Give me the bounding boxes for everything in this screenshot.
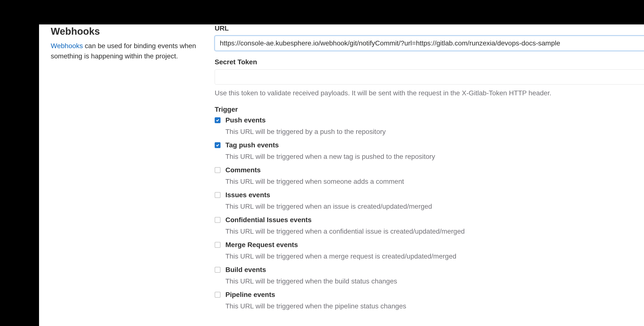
trigger-name[interactable]: Build events	[226, 266, 266, 274]
section-title: Webhooks	[51, 26, 215, 37]
url-field-group: URL	[215, 25, 644, 51]
content-wrapper: Webhooks Webhooks can be used for bindin…	[39, 25, 644, 316]
trigger-header: Push events	[215, 116, 644, 124]
trigger-header: Comments	[215, 166, 644, 174]
secret-token-input[interactable]	[215, 69, 644, 85]
form-main: URL Secret Token Use this token to valid…	[215, 25, 644, 316]
trigger-name[interactable]: Tag push events	[226, 141, 279, 149]
url-input[interactable]	[215, 36, 644, 51]
secret-label: Secret Token	[215, 58, 644, 66]
trigger-name[interactable]: Push events	[226, 116, 266, 124]
triggers-container: Push eventsThis URL will be triggered by…	[215, 116, 644, 311]
webhooks-link[interactable]: Webhooks	[51, 42, 83, 50]
trigger-checkbox[interactable]	[215, 267, 220, 273]
check-icon	[216, 143, 220, 147]
trigger-header: Issues events	[215, 191, 644, 199]
trigger-checkbox[interactable]	[215, 292, 220, 298]
trigger-item: Build eventsThis URL will be triggered w…	[215, 266, 644, 286]
trigger-header: Confidential Issues events	[215, 216, 644, 224]
trigger-description: This URL will be triggered when someone …	[226, 177, 644, 187]
trigger-header: Pipeline events	[215, 291, 644, 299]
trigger-name[interactable]: Issues events	[226, 191, 270, 199]
sidebar: Webhooks Webhooks can be used for bindin…	[51, 25, 215, 316]
trigger-checkbox[interactable]	[215, 167, 220, 173]
trigger-name[interactable]: Pipeline events	[226, 291, 275, 299]
trigger-description: This URL will be triggered by a push to …	[226, 127, 644, 137]
trigger-checkbox[interactable]	[215, 142, 220, 148]
trigger-description: This URL will be triggered when the pipe…	[226, 301, 644, 311]
trigger-item: Pipeline eventsThis URL will be triggere…	[215, 291, 644, 311]
trigger-name[interactable]: Merge Request events	[226, 241, 298, 249]
section-description: Webhooks can be used for binding events …	[51, 41, 215, 61]
secret-field-group: Secret Token Use this token to validate …	[215, 58, 644, 98]
check-icon	[216, 118, 220, 122]
trigger-description: This URL will be triggered when a merge …	[226, 251, 644, 261]
trigger-item: Merge Request eventsThis URL will be tri…	[215, 241, 644, 261]
trigger-item: CommentsThis URL will be triggered when …	[215, 166, 644, 187]
secret-help-text: Use this token to validate received payl…	[215, 88, 644, 98]
trigger-item: Issues eventsThis URL will be triggered …	[215, 191, 644, 212]
trigger-description: This URL will be triggered when a new ta…	[226, 151, 644, 162]
settings-panel: Webhooks Webhooks can be used for bindin…	[39, 25, 644, 326]
url-label: URL	[215, 25, 644, 32]
trigger-checkbox[interactable]	[215, 192, 220, 198]
trigger-item: Push eventsThis URL will be triggered by…	[215, 116, 644, 137]
trigger-header: Build events	[215, 266, 644, 274]
trigger-header: Merge Request events	[215, 241, 644, 249]
trigger-item: Confidential Issues eventsThis URL will …	[215, 216, 644, 237]
trigger-description: This URL will be triggered when an issue…	[226, 201, 644, 212]
trigger-description: This URL will be triggered when a confid…	[226, 226, 644, 237]
trigger-section-label: Trigger	[215, 106, 644, 113]
trigger-description: This URL will be triggered when the buil…	[226, 276, 644, 286]
trigger-checkbox[interactable]	[215, 117, 220, 123]
trigger-name[interactable]: Comments	[226, 166, 261, 174]
trigger-checkbox[interactable]	[215, 217, 220, 223]
trigger-name[interactable]: Confidential Issues events	[226, 216, 312, 224]
trigger-checkbox[interactable]	[215, 242, 220, 248]
trigger-item: Tag push eventsThis URL will be triggere…	[215, 141, 644, 162]
trigger-header: Tag push events	[215, 141, 644, 149]
